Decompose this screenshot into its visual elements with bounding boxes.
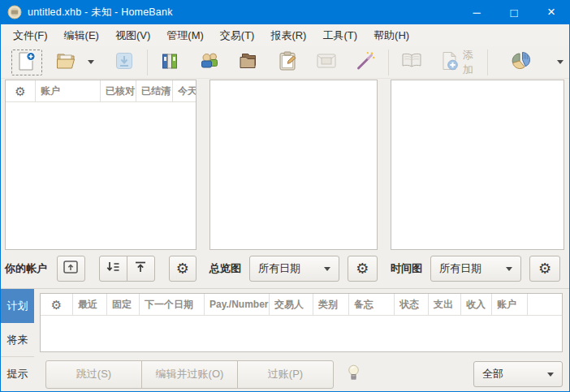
time-settings-button[interactable]: ⚙ — [529, 256, 560, 282]
overview-footer: 总览图 所有日期 ⚙ — [209, 250, 378, 287]
add-transaction-icon — [441, 51, 459, 74]
column-header-memo[interactable]: 备忘 — [349, 294, 395, 315]
save-icon — [114, 51, 134, 74]
new-file-button[interactable] — [11, 49, 43, 76]
open-folder-icon — [56, 52, 76, 73]
collapse-all-icon — [134, 261, 147, 276]
time-footer: 时间图 所有日期 ⚙ — [391, 250, 564, 287]
show-all-accounts-button[interactable] — [57, 256, 85, 282]
menu-item-tools[interactable]: 工具(T) — [314, 25, 365, 46]
homebank-window: untitled.xhb - 未知 - HomeBank ─ □ × 文件(F)… — [0, 0, 570, 392]
menu-item-edit[interactable]: 编辑(E) — [56, 25, 107, 46]
reports-button[interactable] — [506, 49, 538, 76]
window-title: untitled.xhb - 未知 - HomeBank — [28, 6, 173, 19]
overview-label: 总览图 — [209, 261, 241, 276]
open-book-icon — [401, 53, 422, 72]
envelope-icon — [317, 54, 336, 71]
collapse-all-button[interactable] — [127, 256, 155, 282]
overview-range-dropdown[interactable]: 所有日期 — [249, 256, 339, 282]
time-range-dropdown[interactable]: 所有日期 — [430, 256, 521, 282]
column-header-category[interactable]: 类别 — [313, 294, 349, 315]
overview-chart-area — [210, 80, 377, 249]
maximize-button[interactable]: □ — [495, 0, 533, 24]
expand-all-icon — [106, 261, 120, 276]
open-recent-dropdown[interactable] — [82, 49, 100, 76]
tab-future[interactable]: 将来 — [1, 323, 34, 357]
menu-item-file[interactable]: 文件(F) — [5, 25, 56, 46]
post-button[interactable]: 过账(P) — [237, 360, 334, 389]
scheduled-columns-settings[interactable]: ⚙ — [41, 294, 73, 315]
scheduled-table-body[interactable] — [41, 316, 562, 351]
expand-all-button[interactable] — [99, 256, 127, 282]
menubar: 文件(F) 编辑(E) 视图(V) 管理(M) 交易(T) 报表(R) 工具(T… — [1, 24, 569, 46]
column-header-payee[interactable]: 交易人 — [270, 294, 313, 315]
new-file-icon — [18, 51, 36, 74]
accounts-panel: ⚙ 账户 已核对 已结清 今天 你的帐户 — [5, 80, 196, 287]
minimize-button[interactable]: ─ — [458, 0, 495, 24]
assistant-button[interactable] — [349, 49, 382, 76]
lightbulb-icon — [348, 364, 360, 385]
categories-folders-icon — [239, 52, 258, 73]
toolbar: 添加 — [1, 46, 569, 79]
chevron-down-icon — [557, 60, 564, 64]
skip-button[interactable]: 跳过(S) — [45, 360, 142, 389]
tab-scheduled[interactable]: 计划 — [1, 289, 34, 323]
column-header-filler — [528, 294, 562, 315]
toolbar-separator — [388, 50, 389, 75]
show-ledger-button[interactable] — [395, 49, 428, 76]
scheduled-filter-value: 全部 — [482, 367, 541, 381]
tab-tips[interactable]: 提示 — [1, 357, 34, 391]
scheduled-filter-dropdown[interactable]: 全部 — [473, 361, 563, 387]
menu-item-reports[interactable]: 报表(R) — [262, 25, 314, 46]
window-up-icon — [63, 261, 78, 277]
column-header-expense[interactable]: 支出 — [429, 294, 461, 315]
time-label: 时间图 — [391, 261, 422, 276]
accounts-list-header: ⚙ 账户 已核对 已结清 今天 — [6, 80, 196, 102]
manage-archives-button[interactable] — [271, 49, 304, 76]
time-panel: 时间图 所有日期 ⚙ — [391, 80, 564, 287]
pie-chart-icon — [512, 51, 533, 74]
accounts-columns-settings[interactable]: ⚙ — [6, 80, 36, 101]
accounts-list-body[interactable] — [6, 102, 196, 249]
column-header-status[interactable]: 状态 — [395, 294, 429, 315]
column-header-reconciled[interactable]: 已核对 — [101, 80, 136, 101]
edit-and-post-button[interactable]: 编辑并过账(O) — [141, 360, 238, 389]
main-area: ⚙ 账户 已核对 已结清 今天 你的帐户 — [1, 79, 569, 288]
column-header-fixed[interactable]: 固定 — [107, 294, 140, 315]
close-button[interactable]: × — [533, 0, 570, 24]
scheduled-content: ⚙ 最近 固定 下一个日期 Pay./Number 交易人 类别 备忘 状态 支… — [40, 293, 563, 392]
overview-panel: 总览图 所有日期 ⚙ — [209, 80, 378, 287]
reports-dropdown[interactable] — [551, 49, 569, 76]
menu-item-manage[interactable]: 管理(M) — [158, 25, 212, 46]
column-header-account[interactable]: 账户 — [492, 294, 528, 315]
expand-collapse-group — [99, 256, 155, 282]
manage-accounts-button[interactable] — [154, 49, 187, 76]
manage-categories-button[interactable] — [232, 49, 265, 76]
window-controls: ─ □ × — [458, 0, 570, 24]
gear-icon: ⚙ — [538, 261, 551, 276]
column-header-today[interactable]: 今天 — [173, 80, 196, 101]
save-button[interactable] — [108, 49, 140, 76]
manage-payees-button[interactable] — [193, 49, 226, 76]
overview-chart-box — [209, 80, 378, 250]
overview-settings-button[interactable]: ⚙ — [348, 256, 378, 282]
scheduled-section: 计划 将来 提示 ⚙ 最近 固定 下一个日期 Pay./Number 交易人 类… — [1, 288, 569, 392]
column-header-income[interactable]: 收入 — [461, 294, 492, 315]
gear-icon: ⚙ — [51, 299, 62, 311]
chevron-down-icon — [506, 267, 512, 271]
add-transaction-label: 添加 — [463, 48, 477, 77]
mail-button[interactable] — [310, 49, 343, 76]
app-icon — [7, 5, 22, 19]
column-header-late[interactable]: 最近 — [73, 294, 107, 315]
column-header-account[interactable]: 账户 — [36, 80, 101, 101]
accounts-list-box: ⚙ 账户 已核对 已结清 今天 — [5, 80, 196, 250]
accounts-settings-button[interactable]: ⚙ — [169, 256, 197, 282]
add-transaction-button[interactable]: 添加 — [436, 49, 481, 76]
menu-item-help[interactable]: 帮助(H) — [365, 25, 417, 46]
column-header-next-date[interactable]: 下一个日期 — [140, 294, 205, 315]
open-file-button[interactable] — [50, 49, 82, 76]
menu-item-transactions[interactable]: 交易(T) — [212, 25, 263, 46]
column-header-cleared[interactable]: 已结清 — [136, 80, 173, 101]
column-header-pay-number[interactable]: Pay./Number — [205, 294, 270, 315]
menu-item-view[interactable]: 视图(V) — [107, 25, 158, 46]
